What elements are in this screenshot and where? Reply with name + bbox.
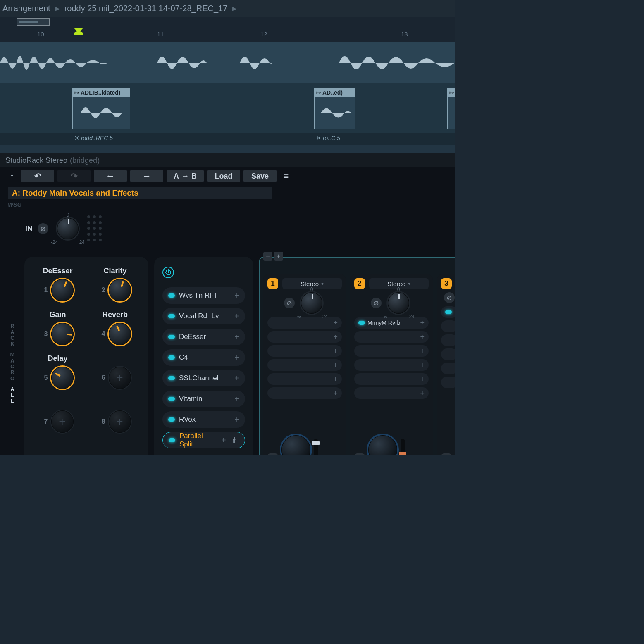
insert-slot[interactable]: + (354, 345, 429, 357)
macro-knob-reverb[interactable] (109, 323, 131, 345)
enable-led-icon[interactable] (358, 321, 365, 325)
overview-strip[interactable] (0, 17, 455, 27)
macro-knob-empty[interactable]: + (109, 367, 131, 389)
insert-slot[interactable]: + (267, 345, 342, 357)
plus-icon[interactable]: + (333, 361, 338, 370)
chain-slot[interactable]: Vitamin+ (162, 391, 245, 407)
plus-icon[interactable]: + (420, 319, 425, 327)
time-ruler[interactable]: 10 11 12 13 (0, 27, 455, 42)
plus-icon[interactable]: + (234, 353, 239, 363)
plus-icon[interactable]: + (420, 375, 425, 384)
plus-icon[interactable]: + (420, 347, 425, 355)
output-fader[interactable] (314, 439, 318, 455)
clip-marker[interactable]: rodd..REC 5 (74, 135, 113, 141)
enable-led-icon[interactable] (168, 355, 175, 360)
breadcrumb-root[interactable]: Arrangement (2, 4, 50, 13)
plus-icon[interactable]: + (234, 374, 239, 383)
enable-led-icon[interactable] (168, 335, 175, 339)
insert-slot[interactable]: + (354, 331, 429, 343)
insert-slot[interactable]: H (441, 306, 455, 318)
enable-led-icon[interactable] (168, 417, 175, 422)
plus-icon[interactable]: + (333, 389, 338, 398)
power-button[interactable]: ⏻ (162, 267, 174, 278)
chain-slot[interactable]: C4+ (162, 349, 245, 366)
output-fader[interactable] (401, 439, 405, 455)
plus-icon[interactable]: + (221, 436, 226, 445)
audio-clip[interactable]: ↦ADLIB..idated) (72, 88, 130, 129)
solo-button[interactable]: S (441, 453, 452, 455)
solo-button[interactable]: S (267, 453, 278, 455)
insert-slot[interactable] (441, 348, 455, 360)
audio-clip[interactable]: ↦A (447, 88, 455, 129)
audio-lane-2[interactable]: ↦ADLIB..idated) ↦AD..ed) ↦A (0, 83, 455, 133)
solo-button[interactable]: S (354, 453, 365, 455)
collapse-button[interactable]: − (263, 252, 272, 261)
plus-icon[interactable]: + (420, 389, 425, 398)
prev-preset-button[interactable]: ← (94, 170, 127, 182)
enable-led-icon[interactable] (168, 293, 175, 298)
next-preset-button[interactable]: → (130, 170, 163, 182)
save-button[interactable]: Save (243, 170, 277, 182)
plus-icon[interactable]: + (333, 333, 338, 341)
macro-knob-delay[interactable] (51, 367, 74, 389)
insert-slot[interactable]: + (354, 373, 429, 385)
enable-led-icon[interactable] (445, 310, 452, 314)
macro-knob-deesser[interactable] (51, 279, 74, 301)
insert-slot[interactable]: + (267, 317, 342, 329)
audio-lane-1[interactable] (0, 42, 455, 83)
phase-invert-button[interactable]: Ø (444, 292, 455, 303)
plugin-title-bar[interactable]: StudioRack Stereo (bridged) (0, 153, 455, 167)
phase-invert-button[interactable]: Ø (284, 298, 295, 308)
insert-slot[interactable]: + (267, 331, 342, 343)
plus-icon[interactable]: + (234, 291, 239, 301)
plus-icon[interactable]: + (234, 332, 239, 342)
chain-slot[interactable]: SSLChannel+ (162, 370, 245, 386)
macro-knob-empty[interactable]: + (51, 410, 74, 433)
macro-knob-gain[interactable] (51, 323, 74, 345)
insert-slot[interactable] (441, 363, 455, 374)
plus-icon[interactable]: + (420, 333, 425, 341)
tab-macro[interactable]: MACRO (10, 352, 16, 381)
menu-button[interactable]: ≡ (280, 170, 292, 182)
plus-icon[interactable]: + (333, 375, 338, 384)
plus-icon[interactable]: + (234, 415, 239, 425)
overview-viewport[interactable] (17, 18, 50, 26)
plus-icon[interactable]: + (420, 361, 425, 370)
ab-compare-button[interactable]: A→B (167, 170, 204, 182)
macro-knob-empty[interactable]: + (109, 410, 131, 433)
tab-rack[interactable]: RACK (10, 323, 15, 347)
load-button[interactable]: Load (207, 170, 240, 182)
redo-button[interactable]: ↷ (57, 170, 91, 182)
insert-slot[interactable] (441, 377, 455, 388)
phase-invert-button[interactable]: Ø (38, 223, 48, 234)
chain-slot[interactable]: Vocal Rdr Lv+ (162, 308, 245, 324)
playhead-icon[interactable] (74, 28, 83, 35)
insert-slot[interactable]: + (354, 359, 429, 371)
chain-slot-parallel-split[interactable]: Parallel Split+⋔ (162, 432, 245, 448)
output-pan-knob[interactable] (368, 435, 397, 455)
insert-slot[interactable]: + (354, 387, 429, 399)
strip-gain-knob[interactable] (388, 292, 409, 314)
undo-button[interactable]: ↶ (21, 170, 54, 182)
preset-name-field[interactable]: A: Roddy Main Vocals and Effects (8, 187, 272, 199)
plus-icon[interactable]: + (333, 319, 338, 327)
macro-knob-clarity[interactable] (109, 279, 131, 301)
insert-slot[interactable]: MnnyM Rvrb+ (354, 317, 429, 329)
plus-icon[interactable]: + (234, 394, 239, 404)
chain-slot[interactable]: RVox+ (162, 411, 245, 428)
tab-all[interactable]: ALL (10, 386, 15, 404)
chain-slot[interactable]: Wvs Tn Rl-T+ (162, 287, 245, 304)
insert-slot[interactable]: + (267, 373, 342, 385)
output-pan-knob[interactable] (281, 435, 310, 455)
chain-slot[interactable]: DeEsser+ (162, 329, 245, 345)
marker-lane[interactable]: rodd..REC 5 ro..C 5 (0, 133, 455, 145)
enable-led-icon[interactable] (168, 376, 175, 380)
breadcrumb-file[interactable]: roddy 25 mil_2022-01-31 14-07-28_REC_17 (64, 4, 228, 13)
input-gain-knob[interactable] (57, 218, 79, 239)
plus-icon[interactable]: + (333, 347, 338, 355)
plus-icon[interactable]: + (234, 312, 239, 321)
insert-slot[interactable] (441, 334, 455, 346)
enable-led-icon[interactable] (169, 438, 175, 442)
add-strip-button[interactable]: + (274, 252, 283, 261)
enable-led-icon[interactable] (168, 314, 175, 318)
